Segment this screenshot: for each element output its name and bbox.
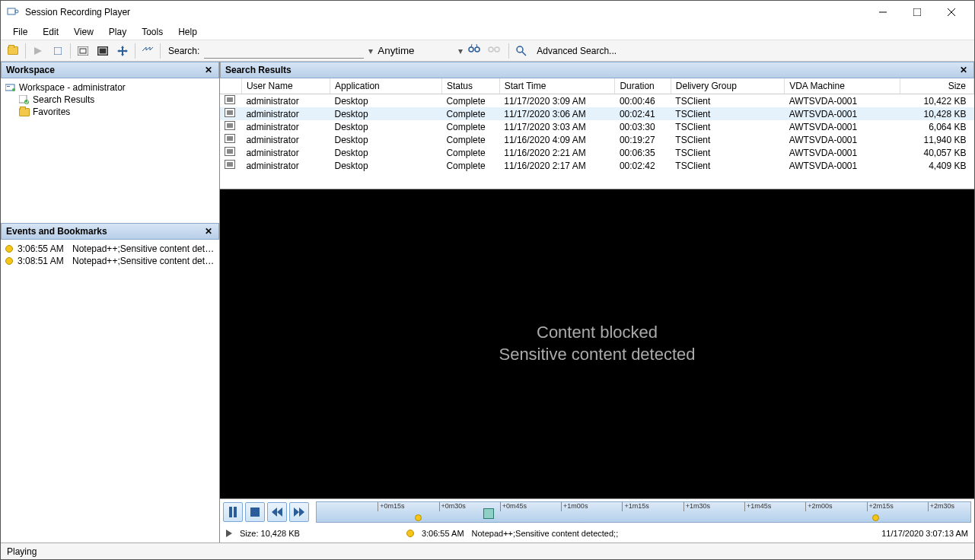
events-close-icon[interactable]: ✕ — [203, 226, 214, 237]
open-button[interactable] — [4, 43, 22, 59]
table-row[interactable]: administrator Desktop Complete 11/16/202… — [220, 146, 974, 159]
separator — [25, 43, 26, 59]
cell-app: Desktop — [330, 94, 442, 108]
event-row[interactable]: 3:06:55 AM Notepad++;Sensitive content d… — [4, 243, 216, 255]
col-app[interactable]: Application — [330, 78, 442, 94]
table-row[interactable]: administrator Desktop Complete 11/16/202… — [220, 159, 974, 172]
svg-point-18 — [517, 46, 523, 52]
workspace-close-icon[interactable]: ✕ — [203, 65, 214, 75]
cell-start: 11/17/2020 3:06 AM — [499, 107, 615, 120]
recording-icon — [225, 160, 235, 169]
cell-size: 4,409 KB — [900, 159, 973, 172]
cell-size: 40,057 KB — [900, 146, 973, 159]
timeline[interactable]: +0m15s+0m30s+0m45s+1m00s+1m15s+1m30s+1m4… — [316, 501, 971, 523]
svg-marker-30 — [294, 508, 299, 517]
tree-root[interactable]: Workspace - administrator — [5, 81, 215, 94]
table-row[interactable]: administrator Desktop Complete 11/17/202… — [220, 94, 974, 108]
stop-button[interactable] — [49, 43, 67, 59]
results-close-icon[interactable]: ✕ — [958, 65, 969, 75]
timeline-event-marker[interactable] — [872, 514, 879, 521]
col-icon[interactable] — [220, 78, 241, 94]
stop-playback-button[interactable] — [245, 502, 265, 522]
svg-rect-21 — [7, 86, 10, 87]
pause-button[interactable] — [223, 502, 243, 522]
menu-tools[interactable]: Tools — [135, 25, 169, 39]
recording-icon — [225, 121, 235, 130]
table-row[interactable]: administrator Desktop Complete 11/17/202… — [220, 120, 974, 133]
svg-point-22 — [12, 88, 15, 91]
cell-delivery-group: TSClient — [671, 94, 784, 108]
search-button[interactable] — [467, 43, 486, 59]
table-row[interactable]: administrator Desktop Complete 11/17/202… — [220, 107, 974, 120]
time-filter-input[interactable] — [378, 43, 454, 59]
svg-line-19 — [522, 52, 526, 56]
col-duration[interactable]: Duration — [615, 78, 671, 94]
cell-status: Complete — [441, 120, 499, 133]
menu-edit[interactable]: Edit — [37, 25, 65, 39]
playback-controls-row: +0m15s+0m30s+0m45s+1m00s+1m15s+1m30s+1m4… — [220, 499, 974, 525]
cell-start: 11/17/2020 3:03 AM — [499, 120, 615, 133]
tree-favorites[interactable]: Favorites — [5, 106, 215, 118]
menu-help[interactable]: Help — [172, 25, 203, 39]
event-row[interactable]: 3:08:51 AM Notepad++;Sensitive content d… — [4, 255, 216, 267]
col-status[interactable]: Status — [441, 78, 499, 94]
timeline-tick: +0m15s — [378, 502, 404, 511]
tree-favorites-label: Favorites — [33, 107, 70, 117]
col-start[interactable]: Start Time — [499, 78, 615, 94]
menu-view[interactable]: View — [68, 25, 100, 39]
time-dropdown-icon[interactable]: ▾ — [455, 46, 466, 56]
col-vda[interactable]: VDA Machine — [785, 78, 900, 94]
timeline-event-marker[interactable] — [415, 514, 422, 521]
svg-point-12 — [469, 47, 473, 52]
cell-size: 6,064 KB — [900, 120, 973, 133]
cell-size: 11,940 KB — [900, 133, 973, 146]
cell-vda: AWTSVDA-0001 — [785, 159, 900, 172]
search-dropdown-icon[interactable]: ▾ — [365, 46, 376, 56]
pan-button[interactable] — [113, 43, 132, 59]
left-column: Workspace ✕ Workspace - administrator Se… — [1, 62, 220, 542]
play-button[interactable] — [29, 43, 47, 59]
results-scroll[interactable]: User Name Application Status Start Time … — [220, 78, 974, 189]
cell-start: 11/16/2020 2:17 AM — [499, 159, 615, 172]
status-text: Playing — [7, 546, 37, 557]
cell-vda: AWTSVDA-0001 — [785, 120, 900, 133]
cell-user: administrator — [241, 146, 330, 159]
window-mode-button[interactable] — [74, 43, 92, 59]
minimize-button[interactable] — [865, 2, 900, 23]
search-input[interactable] — [204, 43, 364, 59]
cell-vda: AWTSVDA-0001 — [785, 146, 900, 159]
cell-app: Desktop — [330, 159, 442, 172]
cell-app: Desktop — [330, 120, 442, 133]
maximize-button[interactable] — [900, 2, 934, 23]
recording-icon — [225, 134, 235, 143]
timeline-cursor[interactable] — [483, 508, 494, 519]
cell-status: Complete — [441, 133, 499, 146]
event-dot-icon — [5, 257, 13, 265]
workspace-tree: Workspace - administrator Search Results… — [1, 78, 219, 223]
col-delivery-group[interactable]: Delivery Group — [671, 78, 784, 94]
recording-icon — [225, 147, 235, 156]
blocked-line2: Sensitive content detected — [499, 344, 695, 366]
col-user[interactable]: User Name — [241, 78, 330, 94]
table-row[interactable]: administrator Desktop Complete 11/16/202… — [220, 133, 974, 146]
titlebar: Session Recording Player — [1, 1, 974, 24]
svg-point-1 — [15, 10, 18, 13]
skip-button[interactable] — [139, 43, 157, 59]
tree-search-results[interactable]: Search Results — [5, 94, 215, 106]
cell-duration: 00:02:41 — [615, 107, 671, 120]
advanced-search-link[interactable]: Advanced Search... — [534, 44, 620, 58]
timeline-tick: +0m45s — [500, 502, 527, 511]
timeline-tick: +1m15s — [622, 502, 648, 511]
rewind-button[interactable] — [267, 502, 287, 522]
close-button[interactable] — [934, 2, 968, 23]
menu-file[interactable]: File — [7, 25, 33, 39]
advanced-search-icon[interactable] — [512, 43, 531, 59]
server-icon — [5, 83, 16, 92]
fast-forward-button[interactable] — [289, 502, 309, 522]
folder-icon — [19, 108, 30, 116]
fit-button[interactable] — [94, 43, 112, 59]
menu-play[interactable]: Play — [103, 25, 132, 39]
app-window: Session Recording Player File Edit View … — [0, 0, 975, 560]
cell-user: administrator — [241, 94, 330, 108]
col-size[interactable]: Size — [900, 78, 973, 94]
